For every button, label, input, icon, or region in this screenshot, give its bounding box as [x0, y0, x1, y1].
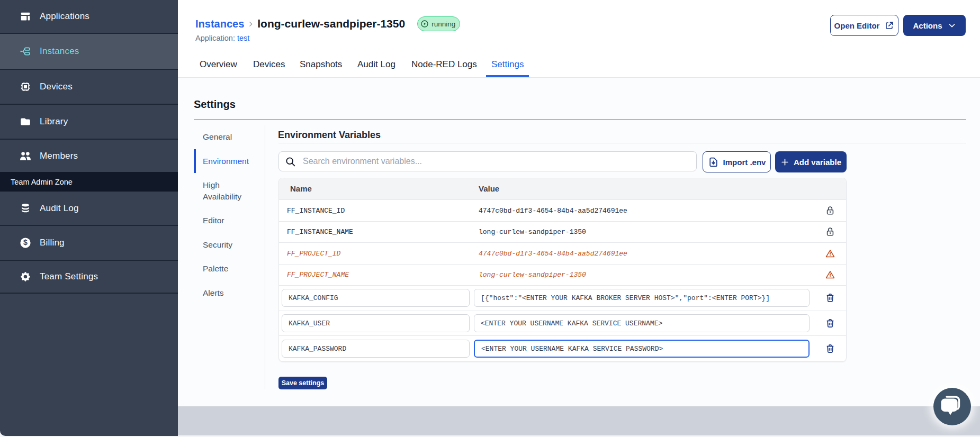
- svg-text:$: $: [23, 238, 28, 247]
